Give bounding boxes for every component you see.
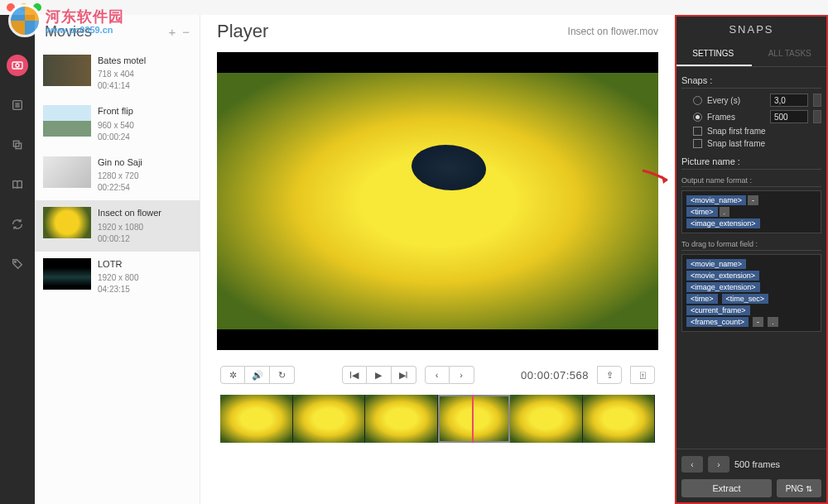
- step-back-icon[interactable]: ‹: [425, 366, 450, 384]
- video-frame: [217, 73, 658, 329]
- player-controls: ✲ 🔊 ↻ I◀ ▶ ▶I ‹ › 00:00:07:568 ⇪ ⍐: [217, 360, 658, 390]
- timecode: 00:00:07:568: [521, 369, 589, 382]
- movie-title: Gin no Saji: [98, 156, 142, 169]
- frames-input[interactable]: [770, 110, 808, 123]
- drag-tag[interactable]: <image_extension>: [686, 282, 760, 292]
- movie-duration: 04:23:15: [98, 284, 139, 295]
- every-input[interactable]: [770, 94, 808, 107]
- video-subject: [412, 145, 486, 190]
- movie-dims: 960 x 540: [98, 120, 134, 132]
- format-tag[interactable]: <image_extension>: [686, 218, 760, 228]
- next-frame-icon[interactable]: ▶I: [392, 366, 416, 384]
- chevron-updown-icon: ⇅: [806, 484, 812, 493]
- tab-all-tasks[interactable]: ALL TASKS: [752, 42, 829, 66]
- movie-thumbnail: [43, 105, 91, 137]
- frames-radio[interactable]: [693, 113, 702, 122]
- snaps-title: SNAPS: [675, 15, 828, 42]
- tab-settings[interactable]: SETTINGS: [675, 42, 752, 66]
- svg-rect-0: [12, 62, 22, 69]
- drag-tag[interactable]: -: [753, 317, 763, 327]
- left-icon-bar: [0, 15, 35, 504]
- movie-item-selected[interactable]: Insect on flower 1920 x 1080 00:00:12: [35, 200, 200, 251]
- share-icon[interactable]: ⍐: [630, 366, 655, 384]
- frame-count-label: 500 frames: [734, 459, 780, 469]
- list-icon[interactable]: [7, 94, 28, 116]
- snap-mode-icon[interactable]: [7, 55, 28, 76]
- play-icon[interactable]: ▶: [367, 366, 392, 384]
- movie-thumbnail: [43, 55, 91, 86]
- filmstrip-frame-current[interactable]: [438, 395, 511, 443]
- drag-tag[interactable]: <time_sec>: [722, 294, 769, 304]
- drag-label: To drag to format field :: [681, 240, 821, 251]
- frames-label: Frames: [707, 113, 765, 122]
- prev-frame-icon[interactable]: I◀: [342, 366, 367, 384]
- movie-thumbnail: [43, 156, 91, 188]
- tag-icon[interactable]: [7, 253, 28, 275]
- step-forward-icon[interactable]: ›: [450, 366, 474, 384]
- drag-tag[interactable]: <movie_name>: [686, 259, 746, 269]
- remove-movie-icon[interactable]: −: [182, 25, 190, 39]
- format-tag[interactable]: <time>: [686, 207, 718, 217]
- movie-item[interactable]: Gin no Saji 1280 x 720 00:22:54: [35, 150, 200, 200]
- svg-point-1: [16, 64, 19, 67]
- movie-duration: 00:22:54: [98, 182, 142, 194]
- player-panel: Player Insect on flower.mov ✲ 🔊 ↻ I◀ ▶ ▶…: [200, 15, 675, 504]
- titlebar: [0, 0, 828, 15]
- movie-title: Front flip: [98, 105, 134, 118]
- copy-icon[interactable]: [7, 134, 28, 156]
- movies-title: Movies: [45, 23, 92, 41]
- movie-item[interactable]: Bates motel 718 x 404 00:41:14: [35, 48, 200, 98]
- maximize-window-icon[interactable]: [33, 3, 41, 12]
- every-radio[interactable]: [693, 96, 702, 105]
- movie-duration: 00:41:14: [98, 80, 146, 92]
- movie-title: Insect on flower: [98, 207, 161, 219]
- movie-item[interactable]: Front flip 960 x 540 00:00:24: [35, 98, 200, 149]
- filmstrip-frame[interactable]: [220, 395, 293, 443]
- settings-icon[interactable]: ✲: [220, 366, 245, 384]
- format-tag[interactable]: .: [720, 207, 730, 217]
- snap-first-checkbox[interactable]: [693, 127, 702, 136]
- movie-title: Bates motel: [98, 55, 146, 67]
- filmstrip[interactable]: [217, 395, 658, 444]
- close-window-icon[interactable]: [7, 3, 15, 12]
- drag-tag[interactable]: <frames_count>: [686, 317, 749, 327]
- minimize-window-icon[interactable]: [20, 3, 28, 12]
- filmstrip-frame[interactable]: [583, 395, 656, 443]
- drag-tag[interactable]: .: [768, 317, 778, 327]
- svg-point-9: [14, 261, 16, 262]
- export-icon[interactable]: ⇪: [597, 366, 622, 384]
- refresh-icon[interactable]: [7, 214, 28, 235]
- filmstrip-frame[interactable]: [293, 395, 366, 443]
- movie-thumbnail: [43, 258, 91, 290]
- player-filename: Insect on flower.mov: [568, 26, 658, 37]
- filmstrip-frame[interactable]: [365, 395, 438, 443]
- drag-tag[interactable]: <time>: [686, 294, 718, 304]
- format-tag[interactable]: -: [748, 195, 758, 205]
- movie-title: LOTR: [98, 258, 139, 271]
- format-select[interactable]: PNG⇅: [777, 479, 821, 497]
- movie-dims: 1280 x 720: [98, 170, 142, 182]
- volume-icon[interactable]: 🔊: [245, 366, 270, 384]
- add-movie-icon[interactable]: +: [168, 25, 176, 39]
- drag-tag[interactable]: <current_frame>: [686, 305, 750, 315]
- snaps-section-title: Snaps :: [681, 75, 821, 89]
- every-stepper[interactable]: [813, 94, 821, 107]
- format-tag[interactable]: <movie_name>: [686, 195, 746, 205]
- extract-button[interactable]: Extract: [681, 479, 772, 497]
- filmstrip-frame[interactable]: [510, 395, 583, 443]
- movie-item[interactable]: LOTR 1920 x 800 04:23:15: [35, 252, 200, 302]
- drag-source-field: <movie_name> <movie_extension> <image_ex…: [681, 254, 821, 332]
- frames-stepper[interactable]: [813, 110, 821, 123]
- book-icon[interactable]: [7, 174, 28, 195]
- snap-last-checkbox[interactable]: [693, 139, 702, 148]
- player-title: Player: [217, 21, 268, 42]
- movie-thumbnail: [43, 207, 91, 238]
- output-format-field[interactable]: <movie_name>- <time>. <image_extension>: [681, 190, 821, 233]
- loop-icon[interactable]: ↻: [270, 366, 295, 384]
- prev-snap-icon[interactable]: ‹: [681, 456, 703, 473]
- movie-duration: 00:00:24: [98, 132, 134, 143]
- snaps-panel: SNAPS SETTINGS ALL TASKS Snaps : Every (…: [675, 15, 828, 504]
- next-snap-icon[interactable]: ›: [708, 456, 729, 473]
- video-viewport[interactable]: [217, 52, 658, 350]
- drag-tag[interactable]: <movie_extension>: [686, 271, 759, 281]
